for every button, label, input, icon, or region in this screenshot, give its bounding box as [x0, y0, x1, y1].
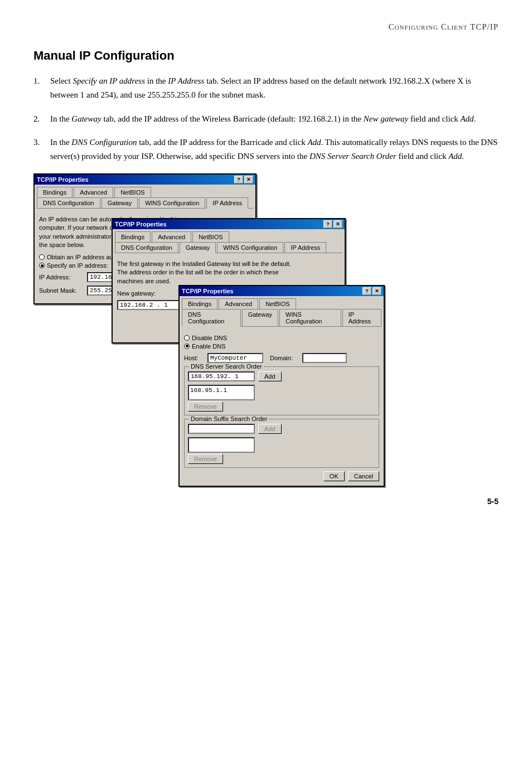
tab3-netbios[interactable]: NetBIOS — [259, 298, 296, 309]
cancel-button-3[interactable]: Cancel — [348, 471, 379, 481]
radio-disable-dns[interactable]: Disable DNS — [184, 335, 379, 341]
dns-input-row: Add — [188, 371, 375, 381]
tab2-advanced[interactable]: Advanced — [152, 231, 191, 242]
ok-button-3[interactable]: OK — [323, 471, 345, 481]
numbered-list: 1. Select Specify an IP address in the I… — [33, 74, 499, 163]
dialog3-title: TCP/IP Properties — [182, 288, 234, 294]
dialog3-titlebar-buttons: ? ✕ — [362, 287, 381, 295]
radio-specify-label: Specify an IP address: — [47, 262, 108, 269]
suffix-add-button[interactable]: Add — [258, 424, 282, 434]
ip-label: IP Address: — [39, 274, 84, 280]
tab-dns-config[interactable]: DNS Configuration — [37, 197, 100, 208]
tab2-gateway[interactable]: Gateway — [180, 242, 216, 253]
suffix-remove-button[interactable]: Remove — [188, 454, 223, 464]
dns-server-list[interactable]: 168.95.1.1 — [188, 385, 255, 400]
radio-auto-icon — [39, 254, 45, 260]
help-button-2[interactable]: ? — [323, 220, 332, 228]
tab3-bindings[interactable]: Bindings — [182, 298, 217, 309]
dialog3-content: Disable DNS Enable DNS Host: Domain: DNS… — [180, 327, 384, 486]
help-button-3[interactable]: ? — [362, 287, 371, 295]
tab-gateway[interactable]: Gateway — [101, 197, 138, 208]
list-item: 1. Select Specify an IP address in the I… — [33, 74, 499, 102]
dns-list-item: 168.95.1.1 — [190, 387, 253, 394]
tab-bindings[interactable]: Bindings — [37, 187, 72, 197]
tab3-dns-config[interactable]: DNS Configuration — [182, 309, 241, 327]
dialog2-tabs: Bindings Advanced NetBIOS DNS Configurat… — [113, 229, 345, 253]
list-item: 2. In the Gateway tab, add the IP addres… — [33, 112, 499, 126]
close-button-2[interactable]: ✕ — [333, 220, 342, 228]
tab2-wins-config[interactable]: WINS Configuration — [217, 242, 283, 253]
new-gateway-label: New gateway: — [117, 290, 167, 297]
list-num-1: 1. — [33, 74, 50, 102]
tab3-wins-config[interactable]: WINS Configuration — [279, 309, 341, 326]
dialog1-tabs: Bindings Advanced NetBIOS DNS Configurat… — [35, 185, 255, 209]
tab3-ip-address[interactable]: IP Address — [342, 309, 381, 326]
radio-disable-label: Disable DNS — [192, 335, 227, 341]
suffix-list[interactable] — [188, 437, 255, 453]
dns-remove-button[interactable]: Remove — [188, 401, 223, 412]
close-button-3[interactable]: ✕ — [373, 287, 381, 295]
dialog1-title: TCP/IP Properties — [37, 176, 89, 183]
dialog2-tabs-row1: Bindings Advanced NetBIOS — [115, 231, 342, 242]
tab3-advanced[interactable]: Advanced — [219, 298, 258, 309]
tab-ip-address[interactable]: IP Address — [206, 197, 248, 209]
dialog2-titlebar: TCP/IP Properties ? ✕ — [113, 219, 345, 229]
domain-suffix-label: Domain Suffix Search Order — [189, 415, 269, 422]
dialog1-tabs-row2: DNS Configuration Gateway WINS Configura… — [37, 197, 253, 209]
header-text: Configuring Client TCP/IP — [389, 22, 499, 31]
dns-add-button[interactable]: Add — [258, 371, 282, 381]
dialog3-titlebar: TCP/IP Properties ? ✕ — [180, 286, 384, 296]
suffix-input-row: Add — [188, 424, 375, 434]
dialog3-tabs-row1: Bindings Advanced NetBIOS — [182, 298, 381, 309]
subnet-label: Subnet Mask: — [39, 287, 84, 294]
page-header: Configuring Client TCP/IP — [33, 22, 499, 32]
dialog-container: TCP/IP Properties ? ✕ Bindings Advanced … — [33, 173, 499, 486]
tab2-ip-address[interactable]: IP Address — [284, 242, 326, 253]
dialog3-buttons: OK Cancel — [184, 471, 379, 481]
tab2-bindings[interactable]: Bindings — [115, 231, 151, 242]
dialog2-tabs-row2: DNS Configuration Gateway WINS Configura… — [115, 242, 342, 253]
list-text-3: In the DNS Configuration tab, add the IP… — [50, 136, 499, 163]
domain-label: Domain: — [270, 355, 299, 361]
dialog3-tabs: Bindings Advanced NetBIOS DNS Configurat… — [180, 296, 384, 327]
dns-server-input[interactable] — [188, 371, 255, 381]
tab2-netbios[interactable]: NetBIOS — [192, 231, 229, 242]
domain-input[interactable] — [302, 353, 347, 363]
dns-server-search-order-group: DNS Server Search Order Add 168.95.1.1 R… — [184, 366, 379, 415]
dialog1-titlebar-buttons: ? ✕ — [234, 176, 253, 183]
radio-enable-dns[interactable]: Enable DNS — [184, 343, 379, 350]
list-num-3: 3. — [33, 136, 50, 163]
radio-enable-icon — [184, 344, 190, 349]
dialog2-titlebar-buttons: ? ✕ — [323, 220, 342, 228]
page-number: 5-5 — [33, 497, 499, 506]
dialog1-titlebar: TCP/IP Properties ? ✕ — [35, 175, 255, 185]
dialog3-tabs-row2: DNS Configuration Gateway WINS Configura… — [182, 309, 381, 327]
close-button[interactable]: ✕ — [244, 176, 253, 183]
tab3-gateway[interactable]: Gateway — [242, 309, 278, 326]
radio-specify-icon — [39, 263, 45, 268]
host-label: Host: — [184, 355, 204, 361]
list-item: 3. In the DNS Configuration tab, add the… — [33, 136, 499, 163]
tab2-dns-config[interactable]: DNS Configuration — [115, 242, 178, 253]
radio-disable-icon — [184, 335, 190, 341]
host-domain-row: Host: Domain: — [184, 353, 379, 363]
tab-netbios[interactable]: NetBIOS — [114, 187, 151, 197]
help-button[interactable]: ? — [234, 176, 243, 183]
suffix-input-display — [188, 424, 255, 434]
dialog-dns[interactable]: TCP/IP Properties ? ✕ Bindings Advanced … — [178, 285, 385, 487]
dialog2-info: The first gateway in the Installed Gatew… — [117, 260, 340, 286]
list-text-1: Select Specify an IP address in the IP A… — [50, 74, 499, 102]
list-num-2: 2. — [33, 112, 50, 126]
dialog1-tabs-row1: Bindings Advanced NetBIOS — [37, 187, 253, 197]
tab-wins-config[interactable]: WINS Configuration — [139, 197, 205, 208]
tab-advanced[interactable]: Advanced — [74, 187, 113, 197]
host-input[interactable] — [207, 353, 263, 363]
dns-server-label: DNS Server Search Order — [189, 363, 264, 370]
list-text-2: In the Gateway tab, add the IP address o… — [50, 112, 499, 126]
dialog2-title: TCP/IP Properties — [115, 221, 167, 228]
domain-suffix-group: Domain Suffix Search Order Add Remove — [184, 419, 379, 468]
section-title: Manual IP Configuration — [33, 49, 499, 63]
radio-enable-label: Enable DNS — [192, 343, 226, 350]
dialog3-radio-group: Disable DNS Enable DNS — [184, 335, 379, 350]
